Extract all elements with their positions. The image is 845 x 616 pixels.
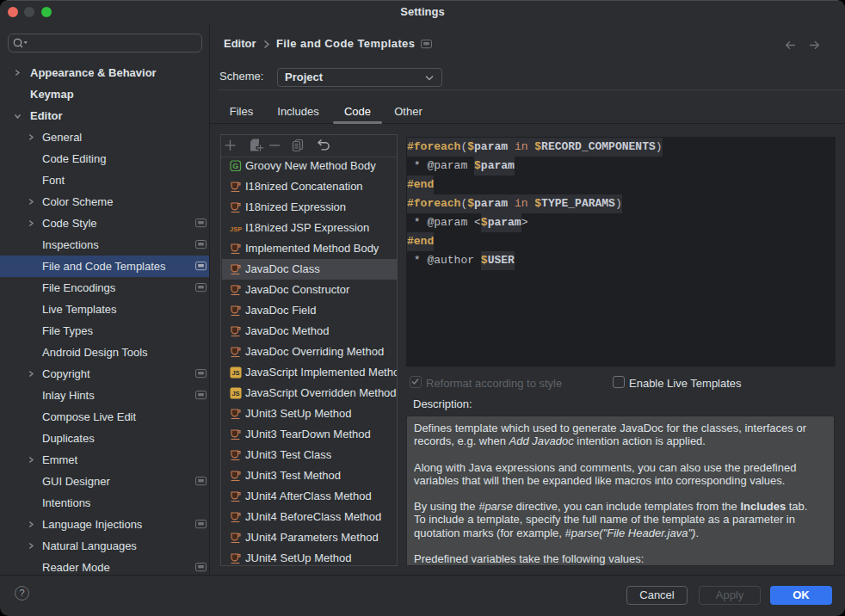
svg-text:JS: JS bbox=[231, 390, 239, 397]
svg-text:JSP: JSP bbox=[230, 225, 242, 233]
svg-text:JS: JS bbox=[231, 369, 239, 377]
svg-text:G: G bbox=[232, 162, 238, 170]
